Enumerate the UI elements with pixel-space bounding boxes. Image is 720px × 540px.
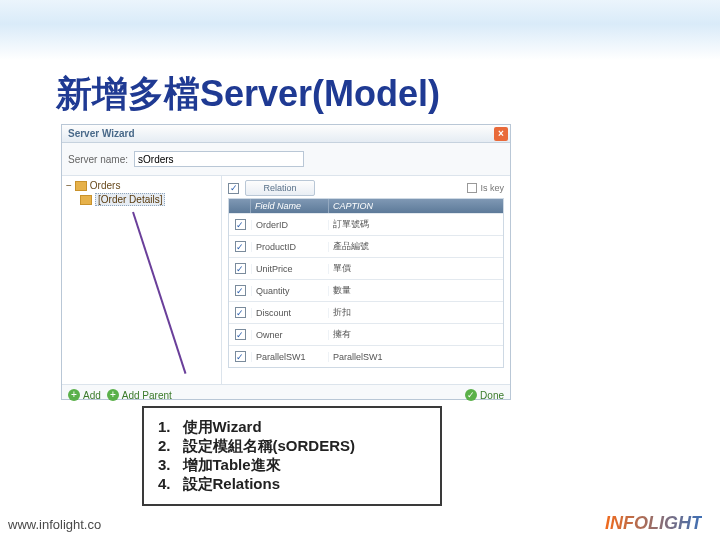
iskey-label: Is key (480, 183, 504, 193)
folder-icon (80, 195, 92, 205)
annotation-line (132, 212, 186, 374)
field-name: ParallelSW1 (251, 352, 329, 362)
server-name-label: Server name: (68, 154, 128, 165)
row-checkbox[interactable] (235, 329, 246, 340)
add-parent-label: Add Parent (122, 390, 172, 401)
field-caption: 訂單號碼 (329, 218, 503, 231)
callout-text: 設定Relations (183, 475, 281, 494)
page-title: 新增多檔Server(Model) (56, 70, 440, 119)
tree-root-label: Orders (90, 180, 121, 191)
server-name-input[interactable] (134, 151, 304, 167)
row-checkbox[interactable] (235, 285, 246, 296)
callout-item: 4.設定Relations (158, 475, 426, 494)
table-row[interactable]: ParallelSW1ParallelSW1 (229, 345, 503, 367)
table-tree: − Orders [Order Details] (62, 176, 222, 384)
iskey-checkbox[interactable] (467, 183, 477, 193)
callout-item: 1.使用Wizard (158, 418, 426, 437)
table-row[interactable]: OrderID訂單號碼 (229, 213, 503, 235)
relation-button[interactable]: Relation (245, 180, 315, 196)
field-caption: 產品編號 (329, 240, 503, 253)
infolight-logo: INFOLIGHT (605, 513, 702, 534)
iskey-group[interactable]: Is key (467, 183, 504, 193)
wizard-footer: + Add + Add Parent ✓ Done (62, 385, 510, 405)
field-name: Owner (251, 330, 329, 340)
field-caption: 折扣 (329, 306, 503, 319)
callout-text: 增加Table進來 (183, 456, 281, 475)
callout-item: 3.增加Table進來 (158, 456, 426, 475)
col-caption: CAPTION (329, 199, 503, 213)
done-label: Done (480, 390, 504, 401)
field-name: Quantity (251, 286, 329, 296)
field-caption: 擁有 (329, 328, 503, 341)
field-name: OrderID (251, 220, 329, 230)
add-button[interactable]: + Add (68, 389, 101, 401)
col-fieldname: Field Name (251, 199, 329, 213)
tree-child[interactable]: [Order Details] (80, 193, 217, 206)
fields-pane: Relation Is key Field Name CAPTION Order… (222, 176, 510, 384)
site-url: www.infolight.co (8, 517, 101, 532)
window-titlebar: Server Wizard × (62, 125, 510, 143)
row-checkbox[interactable] (235, 241, 246, 252)
table-row[interactable]: ProductID產品編號 (229, 235, 503, 257)
table-row[interactable]: Discount折扣 (229, 301, 503, 323)
minus-icon: − (66, 180, 72, 191)
select-all-checkbox[interactable] (228, 183, 239, 194)
tree-root[interactable]: − Orders (66, 180, 217, 191)
field-caption: 單價 (329, 262, 503, 275)
tree-child-label: [Order Details] (95, 193, 165, 206)
window-title: Server Wizard (68, 128, 135, 139)
check-icon: ✓ (465, 389, 477, 401)
grid-header: Field Name CAPTION (229, 199, 503, 213)
table-row[interactable]: Quantity數量 (229, 279, 503, 301)
table-row[interactable]: UnitPrice單價 (229, 257, 503, 279)
field-name: ProductID (251, 242, 329, 252)
close-icon[interactable]: × (494, 127, 508, 141)
plus-icon: + (68, 389, 80, 401)
row-checkbox[interactable] (235, 219, 246, 230)
field-name: Discount (251, 308, 329, 318)
instruction-callout: 1.使用Wizard2.設定模組名稱(sORDERS)3.增加Table進來4.… (142, 406, 442, 506)
server-name-row: Server name: (62, 143, 510, 175)
done-button[interactable]: ✓ Done (465, 389, 504, 401)
fields-grid: Field Name CAPTION OrderID訂單號碼ProductID產… (228, 198, 504, 368)
field-caption: 數量 (329, 284, 503, 297)
server-wizard-window: Server Wizard × Server name: − Orders [O… (61, 124, 511, 400)
callout-text: 設定模組名稱(sORDERS) (183, 437, 356, 456)
field-name: UnitPrice (251, 264, 329, 274)
row-checkbox[interactable] (235, 351, 246, 362)
callout-num: 3. (158, 456, 171, 475)
add-parent-button[interactable]: + Add Parent (107, 389, 172, 401)
folder-icon (75, 181, 87, 191)
callout-num: 4. (158, 475, 171, 494)
decorative-wave (0, 0, 720, 60)
plus-icon: + (107, 389, 119, 401)
callout-num: 2. (158, 437, 171, 456)
callout-num: 1. (158, 418, 171, 437)
field-caption: ParallelSW1 (329, 352, 503, 362)
callout-item: 2.設定模組名稱(sORDERS) (158, 437, 426, 456)
row-checkbox[interactable] (235, 307, 246, 318)
callout-text: 使用Wizard (183, 418, 262, 437)
row-checkbox[interactable] (235, 263, 246, 274)
table-row[interactable]: Owner擁有 (229, 323, 503, 345)
add-label: Add (83, 390, 101, 401)
